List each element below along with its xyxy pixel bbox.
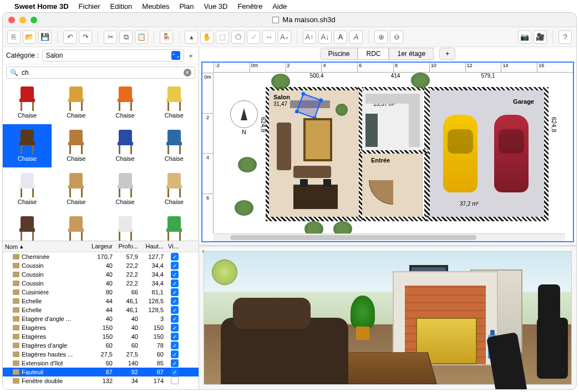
visible-checkbox[interactable]: ✓ (171, 297, 179, 305)
expand-catalog-icon[interactable]: ▸ (187, 52, 195, 59)
catalog-item[interactable]: Chaise (150, 124, 199, 167)
menu-edition[interactable]: Edition (110, 2, 133, 11)
catalog-item[interactable]: Chaise (150, 167, 199, 211)
sofa-bottom[interactable] (293, 166, 331, 178)
catalog-item[interactable] (52, 211, 100, 241)
view-3d[interactable]: ▸ (199, 247, 576, 389)
zoom-in-button[interactable]: ⊕ (374, 30, 388, 44)
catalog-item[interactable]: Chaise (3, 167, 52, 211)
plan-canvas[interactable]: 500,4 414 579,1 624,8 624,8 (214, 73, 573, 233)
video-button[interactable]: 🎥 (534, 30, 547, 44)
pan-tool[interactable]: ✋ (200, 30, 214, 44)
navigation-control[interactable] (212, 259, 237, 285)
add-level-button[interactable]: + (439, 48, 455, 60)
open-button[interactable]: 📂 (23, 30, 36, 44)
col-visible-header[interactable]: Visible (166, 241, 184, 252)
catalog-item[interactable]: Chaise (52, 124, 100, 167)
room-tool[interactable]: ⬠ (231, 30, 245, 44)
catalog-item[interactable]: Chaise (3, 124, 52, 167)
new-button[interactable]: ⎘ (7, 30, 21, 44)
table-row[interactable]: Fenêtre double13234174 (3, 376, 199, 385)
add-furniture-button[interactable]: 🪑 (160, 30, 173, 44)
room-salon[interactable]: Salon31,47 (269, 90, 359, 217)
text-size-down[interactable]: A↓ (318, 30, 332, 44)
counter-right[interactable] (409, 94, 420, 147)
plan-scrollbar[interactable] (214, 233, 565, 241)
catalog-item[interactable]: Chaise (52, 167, 100, 211)
catalog-item[interactable] (150, 211, 199, 241)
room-cuisine[interactable]: Cuisine13,37 m² (362, 90, 423, 150)
polyline-tool[interactable]: ⟋ (247, 30, 260, 44)
text-tool[interactable]: A₊ (278, 30, 291, 44)
visible-checkbox[interactable]: ✓ (171, 324, 179, 332)
visible-checkbox[interactable]: ✓ (171, 279, 179, 287)
select-tool[interactable]: ▴ (185, 30, 198, 44)
tab-etage[interactable]: 1er étage (389, 48, 434, 60)
menu-aide[interactable]: Aide (272, 2, 287, 11)
catalog-item[interactable]: Chaise (101, 167, 150, 211)
catalog-item[interactable]: Chaise (52, 81, 100, 124)
plant-icon[interactable] (336, 104, 348, 116)
category-select[interactable]: Salon ⌃⌄ (42, 49, 184, 62)
room-entree[interactable]: Entrée 15,73 m² (362, 154, 423, 217)
menu-fichier[interactable]: Fichier (79, 2, 100, 11)
scene-3d[interactable] (204, 251, 572, 385)
dining-table[interactable] (293, 185, 338, 209)
car-red[interactable] (494, 115, 529, 192)
rug[interactable] (303, 118, 332, 161)
tab-rdc[interactable]: RDC (358, 48, 389, 60)
col-depth-header[interactable]: Profo... (115, 241, 140, 252)
clear-search-button[interactable]: ✕ (184, 69, 191, 77)
photo-button[interactable]: 📷 (518, 30, 531, 44)
visible-checkbox[interactable]: ✓ (171, 253, 179, 261)
app-name[interactable]: Sweet Home 3D (14, 2, 69, 11)
col-name-header[interactable]: Nom (5, 243, 18, 250)
search-field[interactable] (22, 69, 180, 77)
counter[interactable] (365, 114, 378, 147)
visible-checkbox[interactable]: ✓ (171, 350, 179, 358)
zoom-out-button[interactable]: ⊖ (390, 30, 403, 44)
minimize-button[interactable] (19, 17, 26, 23)
visible-checkbox[interactable]: ✓ (171, 315, 179, 323)
selected-furniture[interactable] (296, 93, 322, 119)
catalog-item[interactable] (101, 211, 150, 241)
sofa-left[interactable] (277, 123, 291, 170)
catalog-item[interactable] (3, 211, 52, 241)
catalog-item[interactable]: Chaise (101, 81, 150, 124)
catalog-item[interactable]: Chaise (101, 124, 150, 167)
car-yellow[interactable] (443, 115, 478, 192)
tab-piscine[interactable]: Piscine (320, 48, 358, 60)
cut-button[interactable]: ✂ (104, 30, 117, 44)
search-input[interactable]: 🔍 ✕ (6, 67, 195, 79)
visible-checkbox[interactable]: ✓ (171, 271, 179, 278)
menu-vue3d[interactable]: Vue 3D (204, 2, 227, 11)
col-width-header[interactable]: Largeur (89, 241, 115, 252)
visible-checkbox[interactable]: ✓ (171, 262, 179, 269)
zoom-button[interactable] (31, 17, 37, 23)
catalog-item[interactable]: Chaise (150, 81, 199, 124)
menu-plan[interactable]: Plan (179, 2, 194, 11)
italic-button[interactable]: A (349, 30, 363, 44)
compass[interactable] (230, 100, 258, 128)
plan-area[interactable]: -20m246810121416 0m246 500,4 414 579,1 6… (201, 62, 574, 242)
visible-checkbox[interactable] (171, 376, 179, 384)
visible-checkbox[interactable]: ✓ (171, 306, 179, 314)
undo-button[interactable]: ↶ (63, 30, 77, 44)
room-garage[interactable]: Garage 37,2 m² (430, 90, 544, 217)
wall-tool[interactable]: ⬚ (216, 30, 229, 44)
redo-button[interactable]: ↷ (79, 30, 92, 44)
entry-door[interactable] (369, 180, 393, 205)
visible-checkbox[interactable]: ✓ (171, 333, 179, 340)
text-size-up[interactable]: A↑ (303, 30, 316, 44)
visible-checkbox[interactable]: ✓ (171, 342, 179, 349)
help-button[interactable]: ? (558, 30, 572, 44)
menu-meubles[interactable]: Meubles (142, 2, 169, 11)
bold-button[interactable]: A (334, 30, 347, 44)
save-button[interactable]: 💾 (38, 30, 52, 44)
furniture-catalog[interactable]: ChaiseChaiseChaiseChaiseChaiseChaiseChai… (3, 81, 199, 241)
close-button[interactable] (8, 17, 15, 23)
table-header[interactable]: Nom ▴ Largeur Profo... Haut... Visible (3, 241, 199, 252)
dimension-tool[interactable]: ↔ (262, 30, 276, 44)
col-height-header[interactable]: Haut... (140, 241, 166, 252)
catalog-item[interactable]: Chaise (3, 81, 52, 124)
